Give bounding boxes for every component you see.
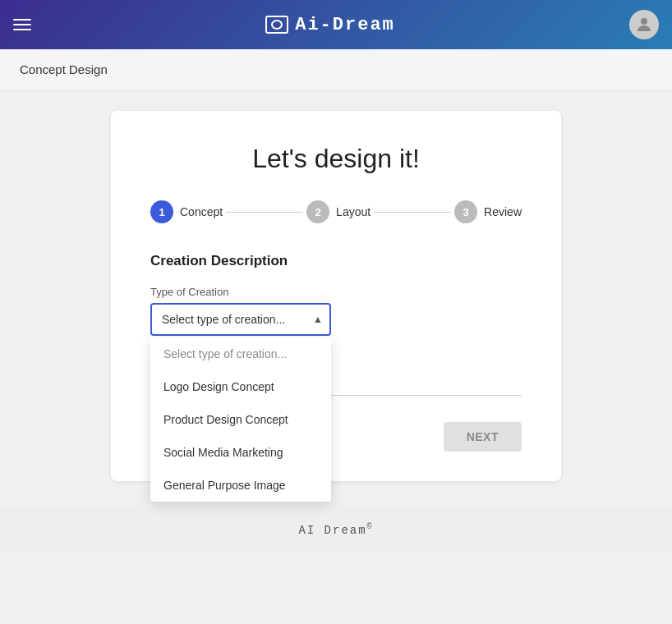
breadcrumb-label: Concept Design (20, 62, 108, 76)
card-title: Let's design it! (150, 144, 522, 174)
type-select-wrapper: Select type of creation... ▲ Select type… (150, 303, 331, 336)
step-1-circle: 1 (150, 200, 173, 223)
step-2: 2 Layout (306, 200, 371, 223)
breadcrumb-bar: Concept Design (0, 49, 672, 91)
type-select-display[interactable]: Select type of creation... (150, 303, 331, 336)
step-line-2 (374, 212, 451, 213)
step-3-circle: 3 (454, 200, 477, 223)
dropdown-item-1[interactable]: Logo Design Concept (150, 370, 331, 403)
user-avatar[interactable] (629, 10, 659, 39)
app-footer: AI Dream© (0, 507, 672, 552)
app-header: Ai-Dream (0, 0, 672, 49)
dropdown-item-4[interactable]: General Purpose Image (150, 469, 331, 502)
app-logo: Ai-Dream (265, 15, 395, 35)
dropdown-item-0[interactable]: Select type of creation... (150, 337, 331, 370)
stepper: 1 Concept 2 Layout 3 Review (150, 200, 522, 223)
step-3: 3 Review (454, 200, 522, 223)
step-3-label: Review (484, 205, 522, 218)
step-line-1 (226, 212, 303, 213)
step-1: 1 Concept (150, 200, 223, 223)
logo-image-icon (265, 16, 288, 34)
main-content: Let's design it! 1 Concept 2 Layout 3 (0, 91, 672, 501)
step-1-label: Concept (180, 205, 223, 218)
footer-text: AI Dream© (298, 524, 373, 537)
menu-icon[interactable] (13, 19, 31, 30)
step-2-label: Layout (336, 205, 371, 218)
dropdown-item-2[interactable]: Product Design Concept (150, 403, 331, 436)
svg-point-0 (641, 18, 647, 25)
dropdown-item-3[interactable]: Social Media Marketing (150, 436, 331, 469)
section-title: Creation Description (150, 253, 522, 269)
next-button[interactable]: NEXT (444, 422, 522, 452)
step-2-circle: 2 (306, 200, 329, 223)
type-label: Type of Creation (150, 286, 522, 298)
select-display-text: Select type of creation... (162, 313, 285, 326)
design-card: Let's design it! 1 Concept 2 Layout 3 (111, 111, 561, 481)
logo-text: Ai-Dream (295, 15, 395, 35)
type-dropdown-menu: Select type of creation... Logo Design C… (150, 337, 331, 502)
type-of-creation-group: Type of Creation Select type of creation… (150, 286, 522, 336)
